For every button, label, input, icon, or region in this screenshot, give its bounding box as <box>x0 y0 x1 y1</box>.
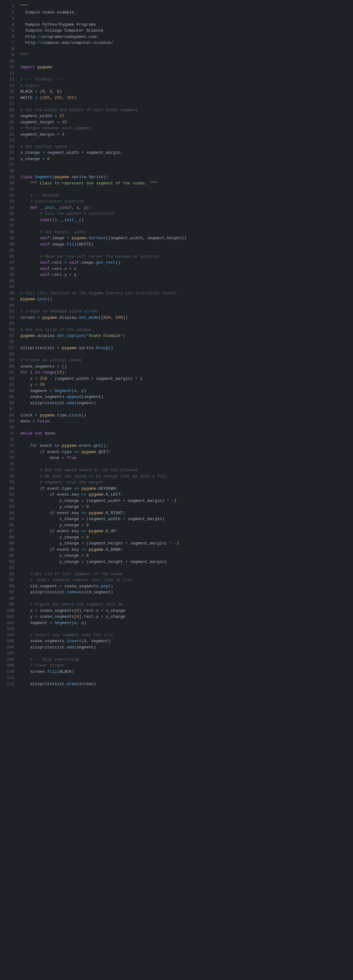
code-line: 65 snake_segments.append(segment) <box>0 394 353 400</box>
code-line: 47 <box>0 284 353 290</box>
line-content <box>20 302 350 309</box>
line-content <box>20 461 350 468</box>
line-content: # Get rid of last segment of the snake <box>20 571 350 578</box>
line-content: y = 30 <box>20 382 350 388</box>
line-number: 100 <box>3 608 14 614</box>
line-content <box>20 626 350 632</box>
line-content: # -- Draw everything <box>20 657 350 663</box>
line-content: # Set the title of the window <box>20 327 350 333</box>
line-number: 20 <box>3 119 14 126</box>
code-line: 80 if event.type == pygame.KEYDOWN: <box>0 485 353 492</box>
code-line: 90 if event.key == pygame.K_DOWN: <box>0 547 353 553</box>
line-number: 22 <box>3 132 14 138</box>
line-number: 43 <box>3 259 14 266</box>
line-content: allspriteslist.add(segment) <box>20 400 350 406</box>
code-line: 28 <box>0 168 353 174</box>
line-content: for event in pygame.event.get(): <box>20 443 350 449</box>
line-content <box>20 70 350 77</box>
line-content: # Colors <box>20 83 350 89</box>
code-line: 16WHITE = (255, 255, 255) <box>0 95 353 101</box>
line-content: def __init__(self, x, y): <box>20 205 350 211</box>
line-content <box>20 278 350 284</box>
code-line: 49pygame.init() <box>0 296 353 302</box>
line-content <box>20 162 350 168</box>
line-content: # Set the width and height of each snake… <box>20 107 350 113</box>
line-content: Simple snake example. <box>20 10 350 16</box>
line-content: x_change = 0 <box>20 535 350 541</box>
code-line: 66 allspriteslist.add(segment) <box>0 400 353 406</box>
line-number: 34 <box>3 205 14 211</box>
code-line: 8 <box>0 46 353 52</box>
line-number: 39 <box>3 235 14 242</box>
code-line: 70 <box>0 425 353 431</box>
code-line: 46 <box>0 278 353 284</box>
line-content <box>20 101 350 107</box>
code-line: 25x_change = segment_width + segment_mar… <box>0 150 353 156</box>
line-number: 57 <box>3 345 14 351</box>
line-number: 36 <box>3 217 14 223</box>
code-line: 82 x_change = (segment_width + segment_m… <box>0 498 353 504</box>
line-content: done = False <box>20 418 350 425</box>
line-number: 110 <box>3 669 14 675</box>
line-content <box>20 595 350 602</box>
line-content <box>20 650 350 657</box>
code-line: 69done = False <box>0 418 353 425</box>
code-line: 42 # Make our top-left corner the passed… <box>0 254 353 260</box>
line-content: # Constructor function <box>20 199 350 205</box>
code-line: 101 y = snake_segments[0].rect.y + y_cha… <box>0 614 353 620</box>
code-line: 68clock = pygame.time.Clock() <box>0 412 353 418</box>
line-number: 59 <box>3 357 14 364</box>
code-line: 34 def __init__(self, x, y): <box>0 205 353 211</box>
line-content: old_segment = snake_segments.pop() <box>20 583 350 590</box>
line-number: 11 <box>3 64 14 70</box>
line-number: 60 <box>3 364 14 370</box>
line-number: 95 <box>3 577 14 583</box>
code-line: 43 self.rect = self.image.get_rect() <box>0 259 353 266</box>
line-number: 14 <box>3 83 14 89</box>
line-number: 99 <box>3 601 14 608</box>
line-content: segment_height = 15 <box>20 119 350 126</box>
code-line: 17 <box>0 101 353 107</box>
code-line: 18# Set the width and height of each sna… <box>0 107 353 113</box>
line-number: 53 <box>3 321 14 327</box>
line-content: """ <box>20 3 350 10</box>
line-content: if event.key == pygame.K_RIGHT: <box>20 510 350 516</box>
line-number: 78 <box>3 473 14 480</box>
code-line: 73 for event in pygame.event.get(): <box>0 443 353 449</box>
code-line: 62 x = 250 - (segment_width + segment_ma… <box>0 376 353 382</box>
line-number: 88 <box>3 535 14 541</box>
line-content: while not done: <box>20 431 350 437</box>
code-line: 93 <box>0 565 353 571</box>
code-line: 71while not done: <box>0 431 353 437</box>
line-number: 35 <box>3 211 14 217</box>
line-number: 102 <box>3 620 14 626</box>
line-number: 83 <box>3 504 14 510</box>
code-line: 99 # Figure out where new segment will b… <box>0 601 353 608</box>
code-line: 109 # Clear screen <box>0 662 353 669</box>
line-content <box>20 565 350 571</box>
line-number: 49 <box>3 296 14 302</box>
line-content: y_change = (segment_height + segment_mar… <box>20 541 350 547</box>
line-content <box>20 15 350 22</box>
code-line: 60snake_segments = [] <box>0 364 353 370</box>
code-line: 48# Call this function so the Pygame lib… <box>0 290 353 296</box>
line-content: y = snake_segments[0].rect.y + y_change <box>20 614 350 620</box>
line-content: """ Class to represent one segment of th… <box>20 180 350 187</box>
line-number: 74 <box>3 449 14 455</box>
line-content: import pygame <box>20 64 350 70</box>
line-content: segment_margin = 3 <box>20 132 350 138</box>
code-line: 2 Simple snake example. <box>0 10 353 16</box>
code-line: 78 # We want the speed to be enough that… <box>0 473 353 480</box>
line-content: # Margin between each segment <box>20 125 350 132</box>
line-number: 24 <box>3 144 14 150</box>
line-content <box>20 186 350 192</box>
line-content: # Set initial speed <box>20 144 350 150</box>
line-content: if event.type == pygame.QUIT: <box>20 449 350 455</box>
code-line: 12 <box>0 70 353 77</box>
code-line: 35 # Call the parent's constructor <box>0 211 353 217</box>
code-line: 39 self.image = pygame.Surface([segment_… <box>0 235 353 242</box>
line-content: # Insert new segment into the list <box>20 632 350 638</box>
code-line: 56 <box>0 339 353 345</box>
code-line: 77 # Set the speed based on the key pres… <box>0 467 353 473</box>
code-line: 22segment_margin = 3 <box>0 132 353 138</box>
